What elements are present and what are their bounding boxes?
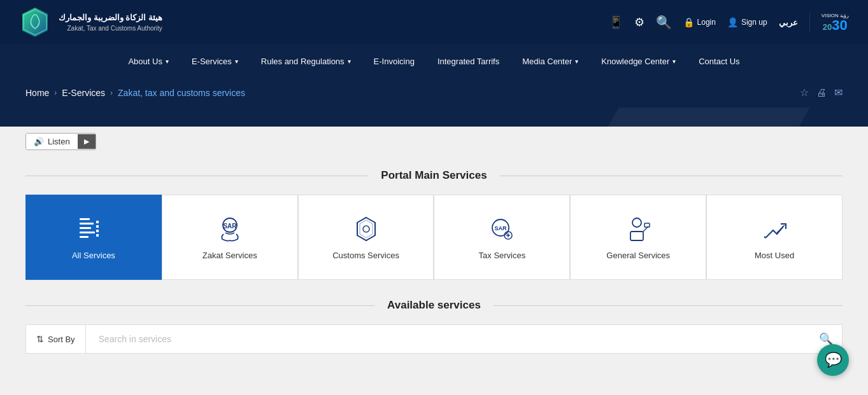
section-line-right [500, 176, 843, 176]
breadcrumb-home[interactable]: Home [25, 88, 49, 98]
top-right-actions: 📱 ⚙ 🔍 🔒 Login 👤 Sign up عربي VISION رؤية… [609, 13, 849, 32]
person-icon: 👤 [727, 17, 738, 27]
svg-rect-6 [96, 225, 99, 228]
logo-icon [19, 6, 51, 38]
all-services-icon [78, 214, 110, 243]
all-services-label: All Services [72, 251, 115, 260]
svg-rect-1 [80, 223, 94, 225]
svg-rect-2 [80, 227, 91, 229]
lock-icon: 🔒 [683, 17, 694, 27]
svg-rect-5 [96, 221, 99, 223]
general-icon [622, 214, 654, 243]
available-line-right [494, 305, 843, 306]
available-line-left [25, 305, 374, 306]
diagonal-decoration [0, 107, 868, 127]
tax-icon: SAR [486, 214, 518, 243]
listen-bar: 🔊 Listen ▶ [0, 127, 868, 156]
service-card-zakat[interactable]: SAR Zakat Services [162, 195, 298, 280]
most-used-icon [758, 214, 790, 243]
chevron-down-icon: ▾ [235, 58, 238, 65]
search-icon[interactable]: 🔍 [656, 15, 672, 30]
vision-logo: VISION رؤية 2030 [809, 13, 849, 32]
breadcrumb-current: Zakat, tax and customs services [118, 88, 245, 98]
service-cards: All Services SAR Zakat Services [25, 195, 843, 280]
login-button[interactable]: 🔒 Login [683, 17, 716, 27]
available-services-title-bar: Available services [25, 299, 843, 312]
chevron-down-icon: ▾ [672, 58, 676, 65]
nav-item-einvoicing[interactable]: E-Invoicing [362, 45, 426, 78]
logo-area: هيئة الزكاة والضريبة والجمارك Zakat, Tax… [19, 6, 162, 38]
svg-rect-18 [630, 232, 643, 240]
breadcrumb-actions: ☆ 🖨 ✉ [800, 87, 843, 99]
print-icon[interactable]: 🖨 [816, 87, 827, 99]
svg-rect-20 [644, 223, 650, 227]
tax-services-label: Tax Services [479, 251, 526, 260]
svg-line-22 [764, 237, 765, 238]
svg-rect-0 [80, 218, 90, 220]
chat-bubble[interactable]: 💬 [817, 344, 849, 376]
chevron-down-icon: ▾ [166, 58, 169, 65]
svg-point-17 [632, 218, 641, 227]
arabic-lang-button[interactable]: عربي [779, 18, 798, 27]
svg-rect-8 [96, 234, 99, 237]
search-input[interactable] [86, 324, 843, 354]
speaker-icon: 🔊 [34, 137, 44, 146]
service-card-all[interactable]: All Services [25, 195, 162, 280]
breadcrumb-eservices[interactable]: E-Services [62, 88, 105, 98]
chat-icon: 💬 [825, 352, 842, 368]
nav-item-rules[interactable]: Rules and Regulations ▾ [250, 45, 362, 78]
svg-rect-3 [80, 232, 95, 233]
chevron-down-icon: ▾ [575, 58, 578, 65]
breadcrumb-sep1: › [54, 88, 57, 97]
service-card-customs[interactable]: Customs Services [298, 195, 434, 280]
top-header: هيئة الزكاة والضريبة والجمارك Zakat, Tax… [0, 0, 868, 45]
sort-by-button[interactable]: ⇅ Sort By [25, 324, 86, 354]
main-content: Portal Main Services All Services [0, 156, 868, 379]
svg-rect-7 [96, 230, 99, 232]
nav-item-tarrifs[interactable]: Integrated Tarrifs [426, 45, 511, 78]
section-line-left [25, 176, 368, 176]
search-row: ⇅ Sort By 🔍 [25, 324, 843, 354]
listen-play-btn[interactable]: ▶ [78, 134, 96, 149]
listen-main-btn[interactable]: 🔊 Listen [26, 134, 78, 149]
nav-item-contact[interactable]: Contact Us [687, 45, 751, 78]
service-card-general[interactable]: General Services [570, 195, 706, 280]
breadcrumb-section: Home › E-Services › Zakat, tax and custo… [0, 78, 868, 107]
breadcrumb-sep2: › [110, 88, 113, 97]
svg-point-11 [363, 226, 369, 232]
svg-text:SAR: SAR [223, 223, 237, 230]
zakat-icon: SAR [214, 214, 246, 243]
logo-text: هيئة الزكاة والضريبة والجمارك Zakat, Tax… [59, 11, 162, 34]
general-services-label: General Services [606, 251, 670, 260]
most-used-label: Most Used [755, 251, 794, 260]
chevron-down-icon: ▾ [348, 58, 351, 65]
service-card-most-used[interactable]: Most Used [706, 195, 843, 280]
zakat-services-label: Zakat Services [203, 251, 257, 260]
nav-item-about[interactable]: About Us ▾ [117, 45, 180, 78]
play-icon: ▶ [84, 137, 89, 146]
breadcrumb: Home › E-Services › Zakat, tax and custo… [25, 88, 245, 98]
nav-item-media[interactable]: Media Center ▾ [511, 45, 590, 78]
settings-icon[interactable]: ⚙ [634, 15, 644, 29]
portal-services-title-bar: Portal Main Services [25, 169, 843, 182]
svg-text:SAR: SAR [495, 225, 508, 232]
email-icon[interactable]: ✉ [834, 87, 843, 99]
nav-item-knowledge[interactable]: Knowledge Center ▾ [590, 45, 687, 78]
nav-item-eservices[interactable]: E-Services ▾ [180, 45, 250, 78]
portal-services-title: Portal Main Services [368, 169, 499, 182]
signup-button[interactable]: 👤 Sign up [727, 17, 767, 27]
listen-button[interactable]: 🔊 Listen ▶ [25, 133, 96, 150]
svg-line-21 [777, 225, 785, 233]
available-services-title: Available services [374, 299, 494, 312]
search-box: 🔍 [86, 324, 843, 354]
mobile-icon[interactable]: 📱 [609, 15, 623, 29]
svg-rect-4 [80, 236, 89, 238]
service-card-tax[interactable]: SAR Tax Services [434, 195, 570, 280]
star-icon[interactable]: ☆ [800, 87, 809, 99]
available-services-section: Available services ⇅ Sort By 🔍 [25, 299, 843, 354]
sort-icon: ⇅ [36, 334, 44, 344]
customs-icon [350, 214, 382, 243]
main-nav: About Us ▾ E-Services ▾ Rules and Regula… [0, 45, 868, 78]
customs-services-label: Customs Services [332, 251, 399, 260]
